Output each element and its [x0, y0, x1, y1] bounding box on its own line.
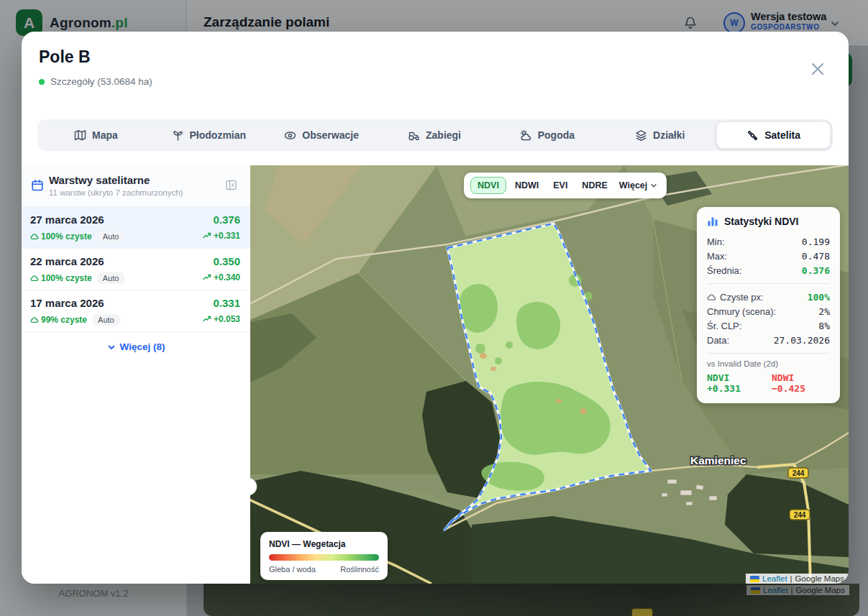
ndvi-delta-value: NDVI +0.331 [707, 372, 765, 394]
index-button-ndvi[interactable]: NDVI [470, 177, 506, 194]
sprout-icon [172, 129, 184, 142]
comparison-deltas: NDVI +0.331 NDWI −0.425 [707, 372, 830, 394]
stat-clp: 8% [818, 321, 830, 331]
comparison-label: vs Invalid Date (2d) [707, 359, 830, 368]
layer-item[interactable]: 22 marca 2026 100% czyste Auto 0.350 +0.… [22, 249, 250, 290]
layers-panel-title: Warstwy satelitarne [49, 174, 150, 186]
ndvi-delta: +0.331 [203, 231, 240, 241]
layer-item[interactable]: 27 marca 2026 100% czyste Auto 0.376 +0.… [22, 207, 250, 249]
satellite-layers-panel: Warstwy satelitarne 11 warstw (ukryto 7 … [22, 165, 250, 584]
cloud-icon [707, 293, 716, 302]
bar-chart-icon [707, 216, 718, 227]
layers-panel-subtitle: 11 warstw (ukryto 7 zachmurzonych) [49, 188, 183, 197]
cloud-icon [30, 274, 39, 282]
tab-mapa[interactable]: Mapa [40, 121, 152, 149]
layers-icon [635, 129, 647, 142]
map-icon [74, 129, 86, 142]
chevron-down-icon [107, 343, 116, 351]
modal-subtitle: Szczegóły (53.0684 ha) [39, 76, 152, 87]
tab-pogoda[interactable]: Pogoda [490, 121, 603, 149]
legend-left-label: Gleba / woda [269, 565, 316, 574]
layer-date: 27 marca 2026 [30, 213, 104, 226]
ndvi-legend: NDVI — Wegetacja Gleba / woda Roślinność [260, 532, 388, 580]
chevron-down-icon [650, 182, 657, 189]
tab-obserwacje[interactable]: Obserwacje [265, 121, 378, 149]
trend-up-icon [203, 315, 211, 323]
index-button-evi[interactable]: EVI [547, 177, 573, 194]
place-label: Kamieniec [690, 454, 746, 466]
clean-percentage: 99% czyste [30, 315, 87, 325]
satellite-map[interactable]: Kamieniec 244 244 NDVI NDWI EVI NDRE Wię [250, 165, 849, 584]
clean-percentage: 100% czyste [30, 273, 92, 283]
ndvi-value: 0.331 [213, 297, 240, 309]
road-shield: 244 [790, 510, 810, 520]
index-button-ndwi[interactable]: NDWI [509, 177, 544, 194]
tab-plodozmian[interactable]: Płodozmian [152, 121, 265, 149]
stats-title: Statystyki NDVI [724, 216, 798, 227]
calendar-icon [31, 179, 44, 192]
status-dot [39, 79, 45, 85]
tab-satelita[interactable]: Satelita [716, 121, 831, 149]
app-root: A Agronom.pl Zarządzanie polami W Wersja… [0, 0, 868, 616]
auto-badge: Auto [97, 231, 125, 242]
layer-item[interactable]: 17 marca 2026 99% czyste Auto 0.331 +0.0… [22, 290, 250, 332]
svg-text:244: 244 [794, 511, 806, 519]
cloud-sun-icon [520, 129, 532, 142]
eye-icon [284, 129, 296, 142]
layers-panel-header: Warstwy satelitarne 11 warstw (ukryto 7 … [22, 165, 250, 207]
ndvi-value: 0.350 [213, 255, 240, 267]
legend-right-label: Roślinność [340, 565, 379, 574]
index-button-ndre[interactable]: NDRE [576, 177, 613, 194]
auto-badge: Auto [97, 272, 125, 284]
ndvi-stats-card: Statystyki NDVI Min:0.199 Max:0.478 Śred… [697, 207, 840, 403]
leaflet-flag-icon [750, 576, 759, 582]
clean-percentage: 100% czyste [30, 231, 92, 242]
field-details-modal: Pole B Szczegóły (53.0684 ha) Mapa Płodo… [22, 32, 849, 584]
stat-max: 0.478 [802, 251, 830, 262]
ndvi-value: 0.376 [213, 213, 240, 226]
close-icon[interactable] [808, 59, 828, 79]
stat-date: 27.03.2026 [774, 335, 830, 346]
modal-tabbar: Mapa Płodozmian Obserwacje Zabiegi Pogod… [37, 119, 833, 151]
tab-zabiegi[interactable]: Zabiegi [378, 121, 491, 149]
trend-up-icon [203, 231, 211, 240]
stat-mean: 0.376 [802, 265, 830, 276]
ndvi-delta: +0.340 [203, 272, 240, 282]
stat-clean-px: 100% [808, 292, 830, 303]
layer-date: 22 marca 2026 [30, 255, 104, 267]
svg-text:244: 244 [792, 469, 805, 477]
cloud-icon [30, 316, 39, 324]
modal-title: Pole B [39, 47, 91, 67]
index-toolbar: NDVI NDWI EVI NDRE Więcej [464, 173, 667, 198]
google-maps-link[interactable]: Google Maps [795, 574, 844, 583]
ndwi-delta-value: NDWI −0.425 [772, 372, 830, 394]
show-more-layers-link[interactable]: Więcej (8) [22, 341, 250, 352]
stat-clouds: 2% [818, 306, 830, 317]
legend-title: NDVI — Wegetacja [269, 539, 379, 549]
legend-gradient-bar [269, 554, 379, 561]
tractor-icon [408, 129, 420, 142]
map-attribution: Leaflet | Google Maps [746, 574, 849, 584]
layer-date: 17 marca 2026 [30, 297, 104, 309]
leaflet-link[interactable]: Leaflet [762, 574, 787, 583]
tab-dzialki[interactable]: Działki [603, 121, 716, 149]
road-shield: 244 [788, 468, 808, 478]
trend-up-icon [203, 273, 211, 282]
collapse-panel-icon[interactable] [225, 179, 237, 191]
index-more-button[interactable]: Więcej [616, 177, 661, 194]
stat-min: 0.199 [802, 236, 830, 247]
auto-badge: Auto [92, 314, 120, 326]
cloud-icon [30, 232, 39, 241]
satellite-icon [746, 129, 759, 142]
ndvi-delta: +0.053 [203, 314, 240, 324]
